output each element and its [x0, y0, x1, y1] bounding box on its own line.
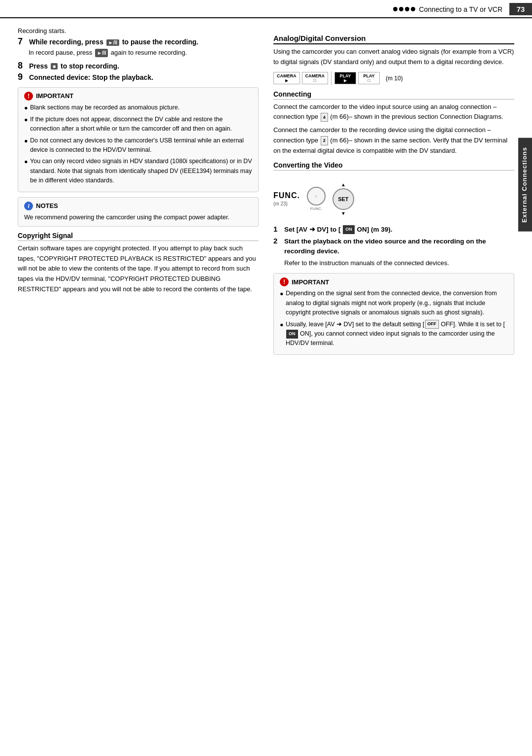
connect-badge2: 2: [321, 136, 328, 145]
mode-page-ref: (m 10): [386, 75, 403, 82]
func-label-block: FUNC. (m 23): [273, 191, 300, 206]
mode-camera1: CAMERA ▶: [273, 72, 300, 84]
important-body-2: ●Depending on the signal sent from the c…: [280, 289, 508, 348]
right-column: Analog/Digital Conversion Using the camc…: [273, 27, 514, 360]
step-7: 7 While recording, press ►/II to pause t…: [18, 36, 259, 47]
step-8: 8 Press ■ to stop recording.: [18, 61, 259, 71]
step7-text: While recording, press ►/II to pause the…: [29, 38, 199, 46]
important-icon-2: !: [280, 277, 289, 286]
important-header-1: ! IMPORTANT: [24, 92, 252, 101]
mode-sep: [331, 71, 332, 85]
right-step-2: 2 Start the playback on the video source…: [273, 237, 514, 257]
copyright-text: Certain software tapes are copyright pro…: [18, 243, 259, 295]
important-header-2: ! IMPORTANT: [280, 277, 508, 286]
connecting-text1: Connect the camcorder to the video input…: [273, 102, 514, 123]
step7-sub-icon: ►/II: [95, 49, 108, 57]
header-dots: [393, 7, 415, 11]
connect-badge1: 4: [321, 113, 328, 122]
func-ref: (m 23): [273, 201, 288, 206]
important-icon-1: !: [24, 92, 33, 101]
imp1-bullet2: ●If the picture does not appear, disconn…: [24, 115, 252, 134]
recording-starts: Recording starts.: [18, 27, 259, 34]
step8-icon: ■: [51, 63, 58, 69]
mode-play2: PLAY □: [358, 72, 380, 84]
func-circle-label: ○: [315, 194, 317, 199]
step7-num: 7: [18, 36, 27, 47]
func-row: FUNC. (m 23) ○ FUNC. ▲ SET ▼: [273, 175, 514, 223]
right-step2-text: Start the playback on the video source a…: [284, 237, 514, 257]
set-btn-wrap: ▲ SET ▼: [332, 175, 354, 223]
notes-icon: i: [24, 202, 33, 210]
imp2-bullet2: ●Usually, leave [AV ➜ DV] set to the def…: [280, 320, 508, 348]
dot3: [405, 7, 409, 11]
important-body-1: ●Blank sections may be recorded as anoma…: [24, 103, 252, 186]
right-step2-sub: Refer to the instruction manuals of the …: [284, 258, 514, 268]
step7-sub: In record pause, press ►/II again to res…: [29, 48, 259, 58]
step8-num: 8: [18, 61, 27, 71]
step9-text: Connected device: Stop the playback.: [29, 73, 153, 81]
mode-camera2: CAMERA □: [302, 72, 329, 84]
content-area: Recording starts. 7 While recording, pre…: [0, 18, 532, 369]
notes-header: i NOTES: [24, 202, 252, 210]
mode-play1: PLAY ▶: [334, 72, 356, 84]
notes-body: We recommend powering the camcorder usin…: [24, 213, 252, 222]
step9-num: 9: [18, 72, 27, 82]
converting-heading: Converting the Video: [273, 161, 514, 171]
right-step1-num: 1: [273, 225, 281, 233]
mode-icons-row: CAMERA ▶ CAMERA □ PLAY ▶ PLAY □ (m 10): [273, 71, 514, 85]
func-circle-sub: FUNC.: [307, 206, 326, 211]
func-circle-wrap: ○ FUNC.: [307, 180, 326, 218]
step1-badge: ON: [343, 225, 355, 234]
dot4: [411, 7, 415, 11]
imp2-bullet1: ●Depending on the signal sent from the c…: [280, 289, 508, 317]
func-label: FUNC.: [273, 191, 300, 200]
analog-text: Using the camcorder you can convert anal…: [273, 47, 514, 68]
page-container: Connecting to a TV or VCR 73 External Co…: [0, 0, 532, 756]
copyright-heading: Copyright Signal: [18, 232, 259, 241]
important-box-2: ! IMPORTANT ●Depending on the signal sen…: [273, 273, 514, 354]
side-tab: External Connections: [518, 138, 532, 232]
dot1: [393, 7, 398, 11]
step8-text: Press ■ to stop recording.: [29, 62, 119, 70]
connecting-text2: Connect the camcorder to the recording d…: [273, 125, 514, 156]
important-box-1: ! IMPORTANT ●Blank sections may be recor…: [18, 87, 259, 192]
right-step-1: 1 Set [AV ➜ DV] to [ ON ON] (m 39).: [273, 225, 514, 235]
right-step1-text: Set [AV ➜ DV] to [ ON ON] (m 39).: [284, 225, 393, 235]
func-circle: ○: [307, 187, 326, 206]
imp1-bullet4: ●You can only record video signals in HD…: [24, 157, 252, 185]
dot2: [399, 7, 403, 11]
step7-icon: ►/II: [106, 39, 119, 46]
right-step2-num: 2: [273, 237, 281, 245]
connecting-heading: Connecting: [273, 90, 514, 100]
imp1-bullet1: ●Blank sections may be recorded as anoma…: [24, 103, 252, 113]
step-9: 9 Connected device: Stop the playback.: [18, 72, 259, 82]
page-number: 73: [509, 3, 532, 15]
page-header: Connecting to a TV or VCR 73: [0, 0, 532, 18]
set-button[interactable]: SET: [332, 188, 354, 210]
analog-heading: Analog/Digital Conversion: [273, 34, 514, 44]
left-column: Recording starts. 7 While recording, pre…: [18, 27, 259, 360]
header-title: Connecting to a TV or VCR: [419, 5, 502, 13]
imp1-bullet3: ●Do not connect any devices to the camco…: [24, 136, 252, 155]
notes-box: i NOTES We recommend powering the camcor…: [18, 197, 259, 227]
